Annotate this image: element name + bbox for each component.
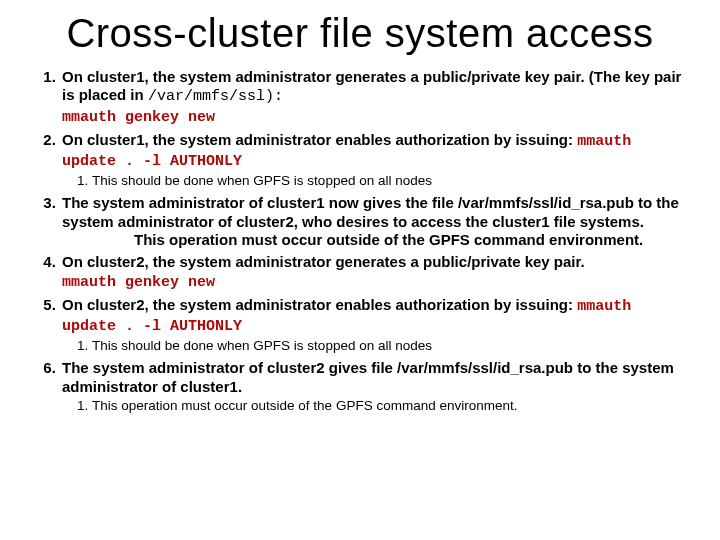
item-6-sub: This operation must occur outside of the… xyxy=(68,398,692,415)
item-3: The system administrator of cluster1 now… xyxy=(60,194,692,249)
item-2-text: On cluster1, the system administrator en… xyxy=(62,131,577,148)
item-5: On cluster2, the system administrator en… xyxy=(60,296,692,355)
item-6: The system administrator of cluster2 giv… xyxy=(60,359,692,414)
item-1-cmd: mmauth genkey new xyxy=(62,109,215,126)
item-5-sub-1: This should be done when GPFS is stopped… xyxy=(92,338,692,355)
slide: Cross-cluster file system access On clus… xyxy=(0,0,720,540)
main-list: On cluster1, the system administrator ge… xyxy=(32,68,692,415)
item-2-sub-1: This should be done when GPFS is stopped… xyxy=(92,173,692,190)
item-6-text: The system administrator of cluster2 giv… xyxy=(62,359,674,394)
item-1-path: /var/mmfs/ssl): xyxy=(148,88,283,105)
item-1: On cluster1, the system administrator ge… xyxy=(60,68,692,127)
item-3-text-pre: The system administrator of cluster1 now… xyxy=(62,194,679,229)
slide-title: Cross-cluster file system access xyxy=(28,12,692,54)
item-6-sub-1: This operation must occur outside of the… xyxy=(92,398,692,415)
item-4-text: On cluster2, the system administrator ge… xyxy=(62,253,585,270)
item-5-sub: This should be done when GPFS is stopped… xyxy=(68,338,692,355)
item-4-cmd: mmauth genkey new xyxy=(62,274,215,291)
item-2-sub: This should be done when GPFS is stopped… xyxy=(68,173,692,190)
item-3-text-post: This operation must occur outside of the… xyxy=(134,231,643,248)
item-2: On cluster1, the system administrator en… xyxy=(60,131,692,190)
item-4: On cluster2, the system administrator ge… xyxy=(60,253,692,292)
item-5-text: On cluster2, the system administrator en… xyxy=(62,296,577,313)
